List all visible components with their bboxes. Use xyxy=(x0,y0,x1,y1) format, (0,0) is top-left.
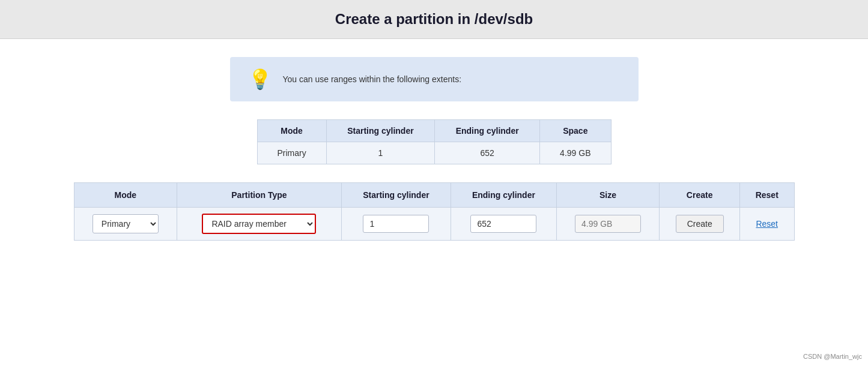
content-area: 💡 You can use ranges within the followin… xyxy=(0,39,868,259)
reset-button[interactable]: Reset xyxy=(756,219,778,229)
col-header-ending-cylinder: Ending cylinder xyxy=(435,120,540,142)
watermark: CSDN @Martin_wjc xyxy=(803,353,862,360)
page-title: Create a partition in /dev/sdb xyxy=(0,11,868,28)
action-col-mode: Mode xyxy=(74,183,177,208)
action-col-starting-cylinder: Starting cylinder xyxy=(341,183,451,208)
size-input[interactable] xyxy=(575,215,641,233)
ending-cylinder-cell xyxy=(451,208,557,241)
action-table-row: Primary Extended Logical Linux RAID arra… xyxy=(74,208,794,241)
extent-starting-cylinder: 1 xyxy=(326,142,435,164)
partition-type-select[interactable]: Linux RAID array member LVM Swap xyxy=(202,214,316,234)
extent-ending-cylinder: 652 xyxy=(435,142,540,164)
action-table-wrapper: Mode Partition Type Starting cylinder En… xyxy=(74,182,795,241)
mode-select[interactable]: Primary Extended Logical xyxy=(93,214,159,233)
info-box-text: You can use ranges within the following … xyxy=(283,74,462,84)
col-header-mode: Mode xyxy=(257,120,326,142)
action-col-reset: Reset xyxy=(739,183,794,208)
col-header-space: Space xyxy=(540,120,611,142)
extent-mode: Primary xyxy=(257,142,326,164)
partition-type-cell: Linux RAID array member LVM Swap xyxy=(177,208,341,241)
starting-cylinder-cell xyxy=(341,208,451,241)
col-header-starting-cylinder: Starting cylinder xyxy=(326,120,435,142)
ending-cylinder-input[interactable] xyxy=(470,215,536,233)
mode-cell: Primary Extended Logical xyxy=(74,208,177,241)
table-row: Primary 1 652 4.99 GB xyxy=(257,142,611,164)
extent-space: 4.99 GB xyxy=(540,142,611,164)
bulb-icon: 💡 xyxy=(248,68,272,91)
action-col-partition-type: Partition Type xyxy=(177,183,341,208)
page-wrapper: Create a partition in /dev/sdb 💡 You can… xyxy=(0,0,868,366)
action-col-create: Create xyxy=(660,183,740,208)
action-col-size: Size xyxy=(556,183,660,208)
size-cell xyxy=(556,208,660,241)
starting-cylinder-input[interactable] xyxy=(363,215,429,233)
extent-table: Mode Starting cylinder Ending cylinder S… xyxy=(257,119,612,164)
action-table: Mode Partition Type Starting cylinder En… xyxy=(74,182,795,241)
reset-cell: Reset xyxy=(739,208,794,241)
create-button[interactable]: Create xyxy=(676,215,724,233)
info-box: 💡 You can use ranges within the followin… xyxy=(230,57,639,101)
create-cell: Create xyxy=(660,208,740,241)
action-col-ending-cylinder: Ending cylinder xyxy=(451,183,557,208)
page-header: Create a partition in /dev/sdb xyxy=(0,0,868,39)
